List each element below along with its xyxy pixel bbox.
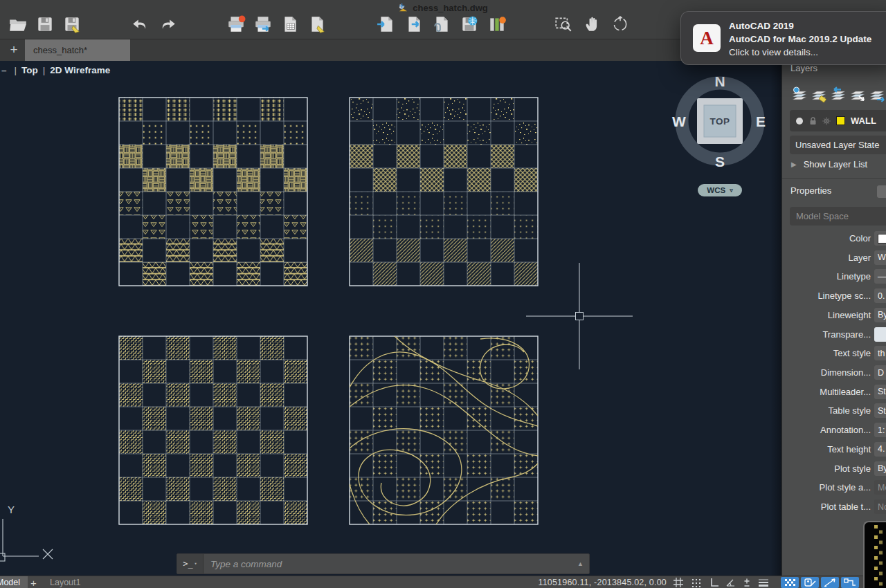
command-prompt-menu[interactable]: >_ ▾	[177, 554, 204, 573]
pan-button[interactable]	[582, 15, 602, 34]
prop-label-8: Multileader...	[820, 387, 871, 397]
layer-row-wall[interactable]: WALL	[790, 110, 886, 131]
show-layer-list-button[interactable]: ▶ Show Layer List	[791, 159, 867, 169]
etransmit-button[interactable]	[460, 15, 479, 34]
prop-value-1[interactable]: W	[874, 250, 886, 265]
change-to-current-layer-button[interactable]	[849, 86, 867, 104]
document-tab[interactable]: chess_hatch*	[25, 39, 130, 61]
document-tab-label: chess_hatch*	[33, 45, 87, 55]
viewport-separator: |	[43, 65, 46, 75]
layer-on-icon[interactable]	[795, 117, 804, 125]
prop-value-8[interactable]: St	[874, 385, 886, 399]
prop-value-2[interactable]: —	[874, 269, 886, 284]
layer-states-icon	[487, 15, 507, 34]
panel-divider	[782, 178, 886, 179]
prop-value-7[interactable]: D	[874, 365, 886, 380]
viewcube-west[interactable]: W	[672, 113, 686, 129]
drawing-canvas[interactable]: Y – | Top | 2D Wireframe	[0, 61, 781, 576]
freeze-icon[interactable]	[822, 117, 831, 125]
viewcube-south[interactable]: S	[715, 154, 725, 169]
grid-toggle[interactable]	[673, 577, 685, 588]
selection-cycling-button[interactable]	[841, 577, 859, 588]
hatch-display-button[interactable]	[781, 577, 799, 588]
orbit-icon	[611, 15, 630, 34]
viewport-separator: |	[15, 65, 17, 75]
viewport-menu-icon[interactable]: –	[1, 65, 7, 75]
viewcube-east[interactable]: E	[756, 113, 766, 129]
plot-preview-button[interactable]	[253, 15, 273, 34]
plot-button[interactable]	[226, 15, 246, 34]
page-setup-icon	[280, 15, 300, 34]
save-button[interactable]	[35, 15, 55, 34]
properties-panel-title: Properties	[790, 185, 831, 196]
export-button[interactable]	[404, 15, 424, 34]
command-bar[interactable]: >_ ▾ ▲	[177, 553, 590, 574]
drawing-geometry: Y	[0, 61, 781, 576]
prop-label-5: Transpare...	[822, 329, 871, 340]
import-button[interactable]	[377, 15, 396, 34]
prop-value-9[interactable]: St	[874, 403, 886, 418]
layer-properties-icon	[790, 86, 808, 104]
layer-color-swatch[interactable]	[836, 116, 845, 125]
prop-value-11[interactable]: 4.	[874, 442, 886, 457]
prop-label-14: Plot table t...	[821, 502, 871, 512]
new-layout-button[interactable]: +	[30, 576, 37, 588]
osnap-toggle[interactable]	[741, 577, 754, 588]
viewcube[interactable]: N S W E TOP	[670, 71, 770, 171]
previous-layer-button[interactable]	[829, 86, 847, 104]
properties-settings-button[interactable]	[877, 185, 886, 198]
import-icon	[377, 15, 396, 34]
prop-value-10[interactable]: 1:	[874, 423, 886, 437]
wcs-dropdown[interactable]: WCS ▿	[698, 184, 742, 196]
zoom-window-button[interactable]	[554, 15, 573, 34]
prop-value-6[interactable]: th	[874, 346, 886, 360]
prop-value-12[interactable]: By	[874, 461, 886, 476]
annotation-monitor-button[interactable]	[801, 577, 819, 588]
layout1-tab[interactable]: Layout1	[50, 576, 80, 588]
wcs-label: WCS	[707, 186, 725, 194]
publish-button[interactable]	[307, 15, 327, 34]
ortho-toggle[interactable]	[709, 577, 721, 588]
viewport-controls[interactable]: – | Top | 2D Wireframe	[1, 65, 110, 75]
notification-action[interactable]: Click to view details...	[729, 46, 871, 59]
save-as-button[interactable]	[62, 15, 82, 34]
redo-button[interactable]	[158, 15, 177, 34]
floating-preview-window[interactable]	[863, 521, 886, 588]
prop-value-14[interactable]: No	[874, 499, 886, 514]
lineweight-toggle[interactable]	[758, 577, 770, 588]
prop-label-6: Text style	[833, 348, 871, 358]
layer-state-dropdown[interactable]: Unsaved Layer State	[790, 136, 886, 154]
osnap-tracking-button[interactable]	[821, 577, 839, 588]
undo-button[interactable]	[131, 15, 150, 34]
viewcube-north[interactable]: N	[714, 73, 725, 89]
layer-match-button[interactable]	[810, 86, 828, 104]
viewport-view-control[interactable]: Top	[21, 65, 38, 75]
prop-value-0[interactable]	[874, 231, 886, 246]
prop-value-3[interactable]: 0.	[874, 288, 886, 303]
new-tab-button[interactable]: +	[6, 41, 22, 59]
space-selector[interactable]: Model Space	[790, 207, 886, 226]
ortho-icon	[709, 577, 720, 588]
layer-states-button[interactable]	[487, 15, 507, 34]
attach-button[interactable]	[432, 15, 451, 34]
orbit-button[interactable]	[611, 15, 630, 34]
notification-message: AutoCAD for Mac 2019.2 Update	[729, 33, 871, 46]
change-to-current-layer-icon	[849, 86, 867, 104]
prop-label-11: Text height	[827, 444, 871, 454]
polar-toggle[interactable]	[725, 577, 738, 588]
prop-value-13[interactable]: Me	[874, 480, 886, 495]
snap-toggle[interactable]	[691, 577, 703, 588]
prop-value-5[interactable]	[874, 327, 886, 342]
open-button[interactable]	[8, 15, 28, 34]
viewport-visual-style-control[interactable]: 2D Wireframe	[50, 65, 110, 75]
update-notification[interactable]: A AutoCAD 2019 AutoCAD for Mac 2019.2 Up…	[680, 11, 886, 65]
command-history-expand-icon[interactable]: ▲	[577, 560, 589, 567]
copy-object-to-layer-button[interactable]	[868, 86, 886, 104]
export-icon	[404, 15, 424, 34]
lock-icon[interactable]	[809, 117, 817, 125]
command-input[interactable]	[204, 558, 577, 570]
model-tab[interactable]: Model	[0, 576, 28, 588]
page-setup-button[interactable]	[280, 15, 300, 34]
layer-properties-button[interactable]	[790, 86, 808, 104]
prop-value-4[interactable]: By	[874, 308, 886, 322]
